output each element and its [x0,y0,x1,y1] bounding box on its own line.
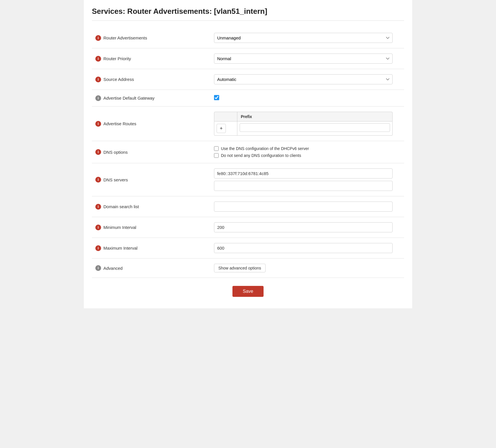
dns-option-2-label: Do not send any DNS configuration to cli… [221,153,301,158]
router-advertisements-select[interactable]: Unmanaged Managed Stateless Disabled [214,33,393,43]
advanced-row: i Advanced Show advanced options [92,259,404,278]
maximum-interval-label: Maximum Interval [103,246,137,250]
dns-servers-row: i DNS servers [92,163,404,196]
source-address-info-icon: i [95,77,101,82]
maximum-interval-label-wrapper: i Maximum Interval [95,245,207,251]
advertise-default-gateway-label: Advertise Default Gateway [103,96,155,100]
router-advertisements-label-wrapper: i Router Advertisements [95,35,207,41]
advanced-info-icon: i [95,265,101,271]
router-advertisements-label: Router Advertisements [103,35,147,40]
router-priority-select[interactable]: Normal High Low [214,54,393,64]
advertise-routes-label: Advertise Routes [103,121,136,126]
dns-options-wrapper: Use the DNS configuration of the DHCPv6 … [214,146,401,158]
router-priority-label-wrapper: i Router Priority [95,56,207,62]
domain-search-list-row: i Domain search list [92,196,404,217]
form-table: i Router Advertisements Unmanaged Manage… [92,28,404,278]
add-route-button[interactable]: + [217,124,226,133]
dns-options-label: DNS options [103,150,128,155]
routes-header-add-cell [214,112,237,121]
dns-option-1-checkbox[interactable] [214,146,219,151]
advanced-label: Advanced [103,266,123,271]
source-address-label: Source Address [103,77,134,82]
source-address-select[interactable]: Automatic [214,74,393,84]
domain-search-list-label: Domain search list [103,204,139,209]
minimum-interval-label: Minimum Interval [103,225,136,230]
routes-header-prefix: Prefix [237,112,392,121]
routes-prefix-input[interactable] [240,123,390,132]
source-address-label-wrapper: i Source Address [95,77,207,82]
minimum-interval-input[interactable] [214,222,393,232]
router-advertisements-row: i Router Advertisements Unmanaged Manage… [92,28,404,48]
advertise-routes-row: i Advertise Routes Prefix + [92,107,404,141]
dns-option-1-label: Use the DNS configuration of the DHCPv6 … [221,146,309,151]
domain-search-list-input[interactable] [214,202,393,212]
router-priority-info-icon: i [95,56,101,62]
minimum-interval-label-wrapper: i Minimum Interval [95,225,207,230]
minimum-interval-info-icon: i [95,225,101,230]
show-advanced-button[interactable]: Show advanced options [214,264,266,272]
router-priority-label: Router Priority [103,56,131,61]
advertise-default-gateway-row: i Advertise Default Gateway [92,90,404,107]
maximum-interval-row: i Maximum Interval [92,238,404,259]
dns-option-1[interactable]: Use the DNS configuration of the DHCPv6 … [214,146,401,151]
dns-servers-info-icon: i [95,177,101,183]
dns-server-1-input[interactable] [214,168,393,179]
dns-options-label-wrapper: i DNS options [95,149,207,155]
dns-servers-label-wrapper: i DNS servers [95,177,207,183]
page-wrapper: Services: Router Advertisements: [vlan51… [84,0,412,308]
router-priority-row: i Router Priority Normal High Low [92,48,404,69]
dns-options-row: i DNS options Use the DNS configuration … [92,141,404,163]
advanced-label-wrapper: i Advanced [95,265,207,271]
page-title: Services: Router Advertisements: [vlan51… [92,7,404,21]
domain-search-list-label-wrapper: i Domain search list [95,204,207,210]
advertise-routes-label-wrapper: i Advertise Routes [95,121,207,127]
maximum-interval-input[interactable] [214,243,393,253]
dns-options-info-icon: i [95,149,101,155]
dns-servers-label: DNS servers [103,177,128,182]
router-advertisements-info-icon: i [95,35,101,41]
dns-servers-wrapper [214,168,401,191]
maximum-interval-info-icon: i [95,245,101,251]
routes-header: Prefix [214,112,393,122]
minimum-interval-row: i Minimum Interval [92,217,404,238]
advertise-routes-wrapper: Prefix + [214,112,393,136]
dns-option-2[interactable]: Do not send any DNS configuration to cli… [214,153,401,158]
advertise-routes-info-icon: i [95,121,101,127]
advertise-default-gateway-info-icon: i [95,95,101,101]
dns-option-2-checkbox[interactable] [214,153,219,158]
advertise-default-gateway-checkbox[interactable] [214,95,219,100]
routes-add-cell: + [214,122,237,135]
routes-body: + [214,122,393,136]
domain-search-list-info-icon: i [95,204,101,210]
dns-server-2-input[interactable] [214,181,393,191]
routes-prefix-cell [237,122,392,135]
source-address-row: i Source Address Automatic [92,69,404,90]
advertise-default-gateway-label-wrapper: i Advertise Default Gateway [95,95,207,101]
save-button[interactable]: Save [232,286,264,297]
